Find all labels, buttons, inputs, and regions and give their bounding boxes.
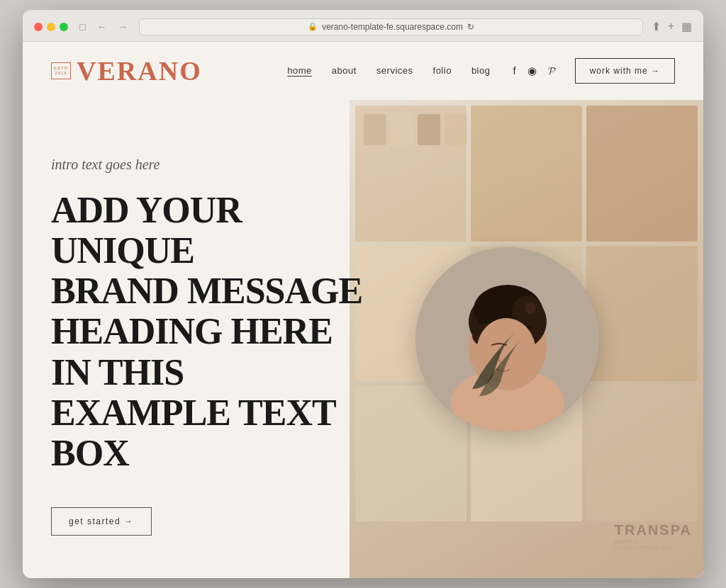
svg-point-9: [525, 303, 536, 314]
duplicate-icon[interactable]: ▦: [681, 20, 692, 33]
heading-line3: HEADING HERE IN THIS: [51, 311, 333, 392]
nav-services[interactable]: services: [376, 65, 413, 76]
logo-badge: ESTD 2018: [51, 62, 71, 79]
hero-section: intro text goes here ADD YOUR UNIQUE BRA…: [23, 100, 703, 578]
hero-heading: ADD YOUR UNIQUE BRAND MESSAGE HEADING HE…: [51, 190, 376, 473]
watermark-area: TRANSPA RENCY Global Creative Co.: [615, 522, 692, 550]
back-arrow[interactable]: ←: [94, 20, 109, 34]
get-started-button[interactable]: get started →: [51, 507, 152, 536]
watermark-subtext: RENCY Global Creative Co.: [615, 538, 692, 550]
nav-social: f ◉ 𝓟: [513, 64, 554, 77]
traffic-lights: [34, 23, 68, 31]
mosaic-cell: [471, 106, 582, 242]
minimize-button[interactable]: [47, 23, 55, 31]
heading-line1: ADD YOUR UNIQUE: [51, 190, 242, 271]
nav-about[interactable]: about: [332, 65, 357, 76]
browser-chrome: □ ← → 🔒 verano-template-fe.squarespace.c…: [23, 10, 703, 42]
pinterest-icon[interactable]: 𝓟: [548, 64, 555, 77]
nav-folio[interactable]: folio: [433, 65, 452, 76]
nav-blog[interactable]: blog: [471, 65, 491, 76]
portrait-image: [415, 247, 600, 431]
new-tab-icon[interactable]: +: [668, 20, 674, 33]
facebook-icon[interactable]: f: [513, 64, 515, 77]
hero-right-image: TRANSPA RENCY Global Creative Co.: [350, 100, 703, 578]
browser-window: □ ← → 🔒 verano-template-fe.squarespace.c…: [23, 10, 703, 578]
intro-text: intro text goes here: [51, 157, 376, 173]
hero-left: intro text goes here ADD YOUR UNIQUE BRA…: [51, 114, 376, 536]
mosaic-cell: [586, 385, 698, 521]
maximize-button[interactable]: [60, 23, 68, 31]
mosaic-cell: [586, 106, 698, 242]
site-nav: home about services folio blog f ◉ 𝓟 wor…: [287, 58, 675, 84]
work-with-me-button[interactable]: work with me →: [575, 58, 675, 84]
url-text: verano-template-fe.squarespace.com: [322, 22, 463, 32]
browser-actions: ⬆ + ▦: [652, 20, 692, 33]
color-swatches: [364, 114, 467, 145]
close-button[interactable]: [34, 23, 43, 31]
website-content: ESTD 2018 VERANO home about services fol…: [23, 42, 703, 578]
browser-controls: □ ← →: [77, 20, 130, 34]
heading-line2: BRAND MESSAGE: [51, 271, 362, 311]
portrait-svg: [415, 247, 600, 431]
logo-area: ESTD 2018 VERANO: [51, 57, 202, 84]
site-header: ESTD 2018 VERANO home about services fol…: [23, 42, 703, 100]
forward-arrow[interactable]: →: [115, 20, 130, 34]
reload-icon[interactable]: ↻: [467, 22, 474, 32]
watermark-text: TRANSPA: [615, 522, 692, 538]
share-icon[interactable]: ⬆: [652, 20, 661, 33]
heading-line4: EXAMPLE TEXT BOX: [51, 392, 335, 473]
logo-badge-line1: ESTD: [54, 66, 68, 71]
nav-home[interactable]: home: [287, 65, 312, 76]
instagram-icon[interactable]: ◉: [527, 64, 537, 77]
logo-text[interactable]: VERANO: [77, 57, 202, 84]
address-bar[interactable]: 🔒 verano-template-fe.squarespace.com ↻: [139, 18, 642, 35]
mosaic-cell: [586, 246, 698, 382]
back-button[interactable]: □: [77, 20, 88, 34]
lock-icon: 🔒: [308, 22, 318, 31]
logo-badge-line2: 2018: [55, 71, 67, 76]
